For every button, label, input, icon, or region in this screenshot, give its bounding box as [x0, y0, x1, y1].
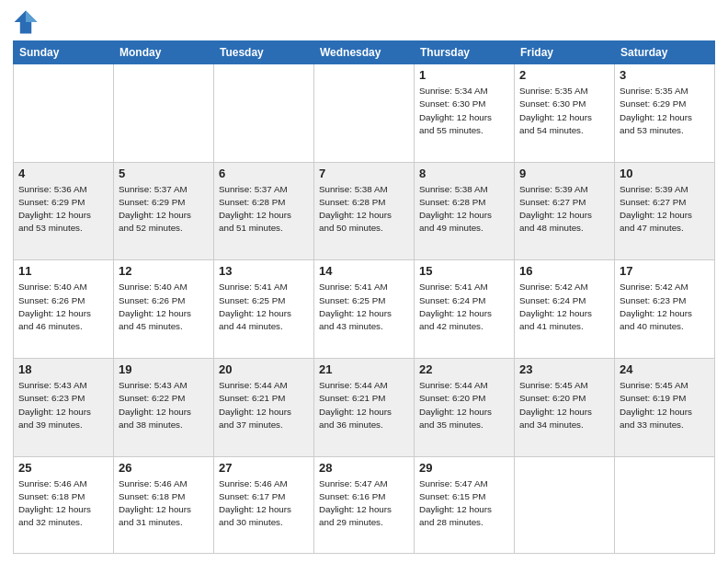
- day-number: 28: [319, 460, 409, 477]
- calendar-week-2: 4Sunrise: 5:36 AMSunset: 6:29 PMDaylight…: [14, 162, 715, 260]
- day-number: 1: [419, 67, 509, 84]
- calendar-cell: 26Sunrise: 5:46 AMSunset: 6:18 PMDayligh…: [114, 456, 214, 553]
- day-number: 26: [119, 460, 209, 477]
- calendar-cell: 13Sunrise: 5:41 AMSunset: 6:25 PMDayligh…: [214, 260, 314, 359]
- calendar-cell: 10Sunrise: 5:39 AMSunset: 6:27 PMDayligh…: [615, 162, 715, 260]
- calendar-header-monday: Monday: [114, 41, 214, 64]
- day-info: Sunrise: 5:36 AMSunset: 6:29 PMDaylight:…: [18, 183, 108, 236]
- calendar-cell: 4Sunrise: 5:36 AMSunset: 6:29 PMDaylight…: [14, 162, 114, 260]
- logo-icon: [13, 9, 39, 35]
- day-number: 20: [219, 362, 309, 378]
- day-number: 4: [18, 166, 108, 182]
- day-info: Sunrise: 5:40 AMSunset: 6:26 PMDaylight:…: [119, 281, 209, 333]
- calendar-cell: 17Sunrise: 5:42 AMSunset: 6:23 PMDayligh…: [615, 260, 715, 359]
- day-info: Sunrise: 5:38 AMSunset: 6:28 PMDaylight:…: [319, 183, 409, 236]
- calendar-cell: 12Sunrise: 5:40 AMSunset: 6:26 PMDayligh…: [114, 260, 214, 359]
- day-number: 24: [620, 362, 710, 378]
- day-info: Sunrise: 5:41 AMSunset: 6:24 PMDaylight:…: [419, 281, 509, 333]
- calendar-cell: 21Sunrise: 5:44 AMSunset: 6:21 PMDayligh…: [314, 358, 415, 456]
- day-number: 11: [18, 263, 108, 280]
- calendar-cell: 27Sunrise: 5:46 AMSunset: 6:17 PMDayligh…: [214, 456, 314, 553]
- day-number: 2: [519, 67, 609, 84]
- day-info: Sunrise: 5:41 AMSunset: 6:25 PMDaylight:…: [219, 281, 309, 333]
- day-number: 16: [519, 263, 609, 280]
- day-info: Sunrise: 5:34 AMSunset: 6:30 PMDaylight:…: [419, 85, 509, 137]
- calendar-cell: [515, 456, 615, 553]
- day-info: Sunrise: 5:44 AMSunset: 6:20 PMDaylight:…: [419, 379, 509, 431]
- calendar-cell: 29Sunrise: 5:47 AMSunset: 6:15 PMDayligh…: [415, 456, 515, 553]
- day-info: Sunrise: 5:44 AMSunset: 6:21 PMDaylight:…: [319, 379, 409, 431]
- calendar-cell: 1Sunrise: 5:34 AMSunset: 6:30 PMDaylight…: [415, 64, 515, 163]
- calendar-cell: [314, 64, 415, 163]
- calendar-cell: 24Sunrise: 5:45 AMSunset: 6:19 PMDayligh…: [615, 358, 715, 456]
- calendar-cell: 23Sunrise: 5:45 AMSunset: 6:20 PMDayligh…: [515, 358, 615, 456]
- calendar-table: SundayMondayTuesdayWednesdayThursdayFrid…: [13, 40, 715, 554]
- day-info: Sunrise: 5:37 AMSunset: 6:28 PMDaylight:…: [219, 183, 309, 236]
- day-number: 22: [419, 362, 509, 378]
- calendar-cell: 16Sunrise: 5:42 AMSunset: 6:24 PMDayligh…: [515, 260, 615, 359]
- day-number: 7: [319, 166, 409, 182]
- day-info: Sunrise: 5:42 AMSunset: 6:23 PMDaylight:…: [620, 281, 710, 333]
- day-number: 29: [419, 460, 509, 477]
- day-number: 14: [319, 263, 409, 280]
- day-info: Sunrise: 5:35 AMSunset: 6:30 PMDaylight:…: [519, 85, 609, 137]
- day-number: 18: [18, 362, 108, 378]
- day-info: Sunrise: 5:47 AMSunset: 6:15 PMDaylight:…: [419, 477, 509, 530]
- page: SundayMondayTuesdayWednesdayThursdayFrid…: [0, 0, 728, 563]
- calendar-cell: 11Sunrise: 5:40 AMSunset: 6:26 PMDayligh…: [14, 260, 114, 359]
- day-info: Sunrise: 5:43 AMSunset: 6:22 PMDaylight:…: [119, 379, 209, 431]
- calendar-cell: 8Sunrise: 5:38 AMSunset: 6:28 PMDaylight…: [415, 162, 515, 260]
- day-info: Sunrise: 5:45 AMSunset: 6:19 PMDaylight:…: [620, 379, 710, 431]
- header: [13, 9, 715, 35]
- calendar-header-saturday: Saturday: [615, 41, 715, 64]
- calendar-cell: 5Sunrise: 5:37 AMSunset: 6:29 PMDaylight…: [114, 162, 214, 260]
- calendar-week-5: 25Sunrise: 5:46 AMSunset: 6:18 PMDayligh…: [14, 456, 715, 553]
- svg-marker-1: [26, 11, 37, 22]
- day-number: 3: [620, 67, 710, 84]
- calendar-cell: 25Sunrise: 5:46 AMSunset: 6:18 PMDayligh…: [14, 456, 114, 553]
- day-info: Sunrise: 5:44 AMSunset: 6:21 PMDaylight:…: [219, 379, 309, 431]
- calendar-header-tuesday: Tuesday: [214, 41, 314, 64]
- day-info: Sunrise: 5:39 AMSunset: 6:27 PMDaylight:…: [620, 183, 710, 236]
- calendar-week-3: 11Sunrise: 5:40 AMSunset: 6:26 PMDayligh…: [14, 260, 715, 359]
- logo: [13, 9, 42, 35]
- calendar-header-sunday: Sunday: [14, 41, 114, 64]
- day-number: 6: [219, 166, 309, 182]
- day-info: Sunrise: 5:46 AMSunset: 6:18 PMDaylight:…: [119, 477, 209, 530]
- calendar-cell: 6Sunrise: 5:37 AMSunset: 6:28 PMDaylight…: [214, 162, 314, 260]
- day-info: Sunrise: 5:45 AMSunset: 6:20 PMDaylight:…: [519, 379, 609, 431]
- calendar-cell: 2Sunrise: 5:35 AMSunset: 6:30 PMDaylight…: [515, 64, 615, 163]
- day-info: Sunrise: 5:37 AMSunset: 6:29 PMDaylight:…: [119, 183, 209, 236]
- day-info: Sunrise: 5:41 AMSunset: 6:25 PMDaylight:…: [319, 281, 409, 333]
- calendar-cell: 14Sunrise: 5:41 AMSunset: 6:25 PMDayligh…: [314, 260, 415, 359]
- day-number: 8: [419, 166, 509, 182]
- calendar-cell: [114, 64, 214, 163]
- day-number: 10: [620, 166, 710, 182]
- day-info: Sunrise: 5:47 AMSunset: 6:16 PMDaylight:…: [319, 477, 409, 530]
- day-number: 27: [219, 460, 309, 477]
- calendar-cell: [14, 64, 114, 163]
- calendar-cell: 22Sunrise: 5:44 AMSunset: 6:20 PMDayligh…: [415, 358, 515, 456]
- day-info: Sunrise: 5:46 AMSunset: 6:17 PMDaylight:…: [219, 477, 309, 530]
- day-number: 5: [119, 166, 209, 182]
- calendar-cell: 7Sunrise: 5:38 AMSunset: 6:28 PMDaylight…: [314, 162, 415, 260]
- day-number: 9: [519, 166, 609, 182]
- day-number: 15: [419, 263, 509, 280]
- day-number: 25: [18, 460, 108, 477]
- day-info: Sunrise: 5:42 AMSunset: 6:24 PMDaylight:…: [519, 281, 609, 333]
- day-info: Sunrise: 5:40 AMSunset: 6:26 PMDaylight:…: [18, 281, 108, 333]
- calendar-cell: 28Sunrise: 5:47 AMSunset: 6:16 PMDayligh…: [314, 456, 415, 553]
- day-info: Sunrise: 5:38 AMSunset: 6:28 PMDaylight:…: [419, 183, 509, 236]
- day-number: 12: [119, 263, 209, 280]
- day-info: Sunrise: 5:46 AMSunset: 6:18 PMDaylight:…: [18, 477, 108, 530]
- calendar-week-1: 1Sunrise: 5:34 AMSunset: 6:30 PMDaylight…: [14, 64, 715, 163]
- day-info: Sunrise: 5:39 AMSunset: 6:27 PMDaylight:…: [519, 183, 609, 236]
- day-number: 17: [620, 263, 710, 280]
- day-number: 23: [519, 362, 609, 378]
- calendar-cell: 15Sunrise: 5:41 AMSunset: 6:24 PMDayligh…: [415, 260, 515, 359]
- calendar-header-wednesday: Wednesday: [314, 41, 415, 64]
- calendar-cell: [214, 64, 314, 163]
- calendar-cell: 9Sunrise: 5:39 AMSunset: 6:27 PMDaylight…: [515, 162, 615, 260]
- calendar-cell: 20Sunrise: 5:44 AMSunset: 6:21 PMDayligh…: [214, 358, 314, 456]
- day-info: Sunrise: 5:43 AMSunset: 6:23 PMDaylight:…: [18, 379, 108, 431]
